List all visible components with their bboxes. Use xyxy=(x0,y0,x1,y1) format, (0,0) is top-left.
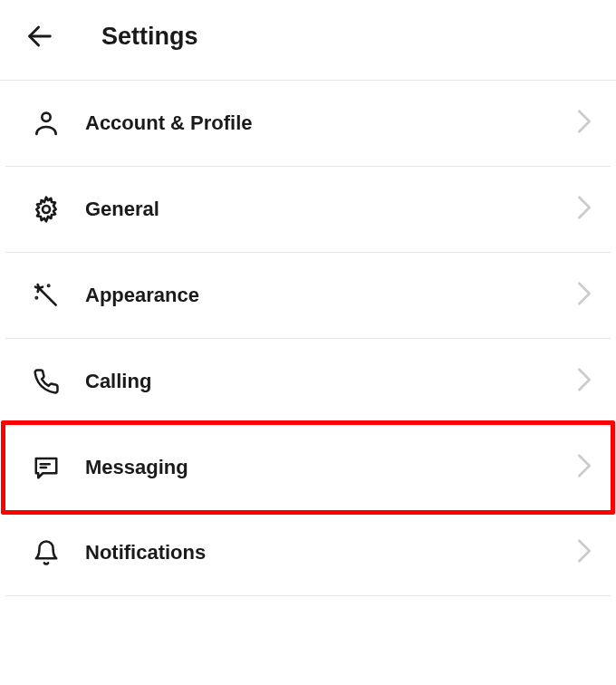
settings-item-calling[interactable]: Calling xyxy=(5,339,611,425)
svg-point-1 xyxy=(42,113,50,121)
bell-icon xyxy=(31,537,62,568)
settings-item-label: General xyxy=(85,198,576,221)
phone-icon xyxy=(31,366,62,397)
settings-item-notifications[interactable]: Notifications xyxy=(5,510,611,596)
header: Settings xyxy=(0,0,616,81)
settings-item-label: Appearance xyxy=(85,284,576,307)
svg-point-4 xyxy=(48,285,49,286)
settings-item-label: Calling xyxy=(85,370,576,393)
person-icon xyxy=(31,108,62,139)
settings-list: Account & Profile General xyxy=(0,81,616,596)
chevron-right-icon xyxy=(576,281,592,310)
settings-item-account-profile[interactable]: Account & Profile xyxy=(5,81,611,167)
wand-icon xyxy=(31,280,62,311)
chevron-right-icon xyxy=(576,453,592,482)
gear-icon xyxy=(31,194,62,225)
message-icon xyxy=(31,452,62,483)
settings-item-label: Messaging xyxy=(85,456,576,479)
back-arrow-icon xyxy=(24,21,55,52)
chevron-right-icon xyxy=(576,367,592,396)
settings-item-messaging[interactable]: Messaging xyxy=(1,420,615,515)
settings-item-general[interactable]: General xyxy=(5,167,611,253)
chevron-right-icon xyxy=(576,109,592,138)
svg-point-2 xyxy=(43,206,50,213)
page-title: Settings xyxy=(101,23,198,51)
settings-item-label: Account & Profile xyxy=(85,111,576,135)
back-button[interactable] xyxy=(22,18,58,54)
svg-point-3 xyxy=(36,297,37,298)
chevron-right-icon xyxy=(576,195,592,224)
settings-item-appearance[interactable]: Appearance xyxy=(5,253,611,339)
chevron-right-icon xyxy=(576,538,592,567)
settings-item-label: Notifications xyxy=(85,541,576,564)
